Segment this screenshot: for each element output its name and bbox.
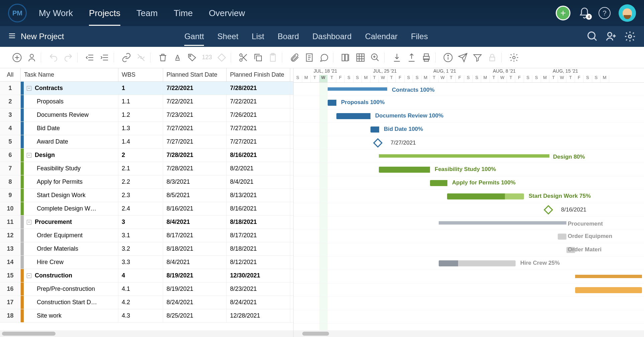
gantt-bar[interactable] xyxy=(575,275,642,278)
add-user-button[interactable] xyxy=(605,30,617,43)
gantt-bar[interactable]: Contracts 100% xyxy=(328,87,387,91)
gantt-rows[interactable]: Contracts 100%Proposals 100%Documents Re… xyxy=(294,83,644,330)
assign-button[interactable] xyxy=(27,53,37,63)
wbs-cell[interactable]: 1.1 xyxy=(118,95,163,108)
nav-time[interactable]: Time xyxy=(174,1,193,26)
start-cell[interactable]: 7/27/2021 xyxy=(163,122,227,135)
task-name-cell[interactable]: Complete Design W… xyxy=(24,202,118,215)
task-name-cell[interactable]: −Design xyxy=(24,149,118,162)
table-row[interactable]: 16Prep/Pre-construction4.18/19/20218/23/… xyxy=(0,282,293,296)
milestone-marker[interactable] xyxy=(544,205,553,215)
indent-button[interactable] xyxy=(100,53,110,63)
table-row[interactable]: 9Start Design Work2.38/5/20218/13/2021 xyxy=(0,189,293,202)
finish-cell[interactable]: 12/28/2021 xyxy=(227,309,290,322)
wbs-cell[interactable]: 1.2 xyxy=(118,108,163,121)
start-cell[interactable]: 8/19/2021 xyxy=(163,269,227,282)
add-button[interactable]: + xyxy=(556,6,570,20)
table-row[interactable]: 2Proposals1.17/22/20217/22/2021 xyxy=(0,95,293,108)
gantt-row[interactable]: Bid Date 100% xyxy=(294,123,644,136)
avatar[interactable] xyxy=(619,4,636,22)
tab-board[interactable]: Board xyxy=(278,27,299,46)
task-name-cell[interactable]: Feasibility Study xyxy=(24,162,118,175)
table-row[interactable]: 14Hire Crew3.38/4/20218/12/2021 xyxy=(0,256,293,269)
table-row[interactable]: 15−Construction48/19/202112/30/2021 xyxy=(0,269,293,282)
task-name-cell[interactable]: Apply for Permits xyxy=(24,175,118,188)
task-name-cell[interactable]: −Contracts xyxy=(24,82,118,95)
send-button[interactable] xyxy=(458,53,468,63)
scroll-thumb[interactable] xyxy=(302,332,329,336)
gantt-bar[interactable]: Procurement xyxy=(439,221,566,225)
tab-calendar[interactable]: Calendar xyxy=(365,27,398,46)
table-row[interactable]: 5Award Date1.47/27/20217/27/2021 xyxy=(0,135,293,149)
milestone-button[interactable] xyxy=(217,53,227,63)
start-cell[interactable]: 8/17/2021 xyxy=(163,229,227,242)
finish-cell[interactable]: 7/27/2021 xyxy=(227,135,290,148)
table-row[interactable]: 4Bid Date1.37/27/20217/27/2021 xyxy=(0,122,293,135)
grid-button[interactable] xyxy=(355,53,365,63)
task-name-cell[interactable]: Construction Start D… xyxy=(24,296,118,309)
gantt-bar[interactable]: Bid Date 100% xyxy=(370,127,379,133)
finish-cell[interactable]: 7/28/2021 xyxy=(227,82,290,95)
finish-cell[interactable]: 8/16/2021 xyxy=(227,202,290,215)
gantt-row[interactable] xyxy=(294,297,644,310)
start-cell[interactable]: 7/23/2021 xyxy=(163,108,227,121)
comment-button[interactable] xyxy=(319,53,329,63)
finish-cell[interactable]: 8/17/2021 xyxy=(227,229,290,242)
table-row[interactable]: 3Documents Review1.27/23/20217/26/2021 xyxy=(0,108,293,122)
start-cell[interactable]: 7/22/2021 xyxy=(163,82,227,95)
scroll-thumb[interactable] xyxy=(2,332,56,336)
gantt-bar[interactable]: Order Materi xyxy=(566,247,575,253)
start-cell[interactable]: 7/22/2021 xyxy=(163,95,227,108)
col-start[interactable]: Planned Start Date xyxy=(163,68,227,81)
table-row[interactable]: 11−Procurement38/4/20218/18/2021 xyxy=(0,216,293,229)
gantt-row[interactable]: Proposals 100% xyxy=(294,96,644,109)
columns-button[interactable] xyxy=(341,53,351,63)
undo-button[interactable] xyxy=(48,53,59,63)
gantt-row[interactable]: 7/27/2021 xyxy=(294,136,644,150)
gantt-row[interactable]: 8/16/2021 xyxy=(294,203,644,217)
table-row[interactable]: 12Order Equipment3.18/17/20218/17/2021 xyxy=(0,229,293,242)
table-row[interactable]: 17Construction Start D…4.28/24/20218/24/… xyxy=(0,296,293,309)
start-cell[interactable]: 8/18/2021 xyxy=(163,242,227,255)
wbs-cell[interactable]: 2 xyxy=(118,149,163,162)
wbs-cell[interactable]: 2.2 xyxy=(118,175,163,188)
gantt-bar[interactable]: Hire Crew 25% xyxy=(439,260,516,266)
notifications-button[interactable]: 4 xyxy=(578,7,591,19)
gantt-bar[interactable]: Order Equipmen xyxy=(558,234,566,240)
unlink-button[interactable] xyxy=(136,53,146,63)
wbs-cell[interactable]: 4.3 xyxy=(118,309,163,322)
wbs-cell[interactable]: 3.1 xyxy=(118,229,163,242)
wbs-cell[interactable]: 4.2 xyxy=(118,296,163,309)
redo-button[interactable] xyxy=(63,53,73,63)
gantt-row[interactable]: Design 80% xyxy=(294,150,644,163)
copy-button[interactable] xyxy=(253,53,263,63)
task-name-cell[interactable]: Site work xyxy=(24,309,118,322)
start-cell[interactable]: 7/28/2021 xyxy=(163,149,227,162)
table-row[interactable]: 1−Contracts17/22/20217/28/2021 xyxy=(0,82,293,95)
finish-cell[interactable]: 8/2/2021 xyxy=(227,162,290,175)
start-cell[interactable]: 8/3/2021 xyxy=(163,175,227,188)
wbs-cell[interactable]: 3 xyxy=(118,216,163,229)
finish-cell[interactable]: 8/18/2021 xyxy=(227,216,290,229)
wbs-cell[interactable]: 3.2 xyxy=(118,242,163,255)
settings-button[interactable] xyxy=(624,30,636,43)
start-cell[interactable]: 7/27/2021 xyxy=(163,135,227,148)
wbs-cell[interactable]: 1 xyxy=(118,82,163,95)
milestone-marker[interactable] xyxy=(373,138,383,148)
logo[interactable]: PM xyxy=(8,4,27,22)
task-name-cell[interactable]: Award Date xyxy=(24,135,118,148)
help-button[interactable]: ? xyxy=(599,7,611,19)
task-name-cell[interactable]: Bid Date xyxy=(24,122,118,135)
delete-button[interactable] xyxy=(158,53,168,63)
link-button[interactable] xyxy=(121,53,131,63)
gantt-row[interactable]: Start Design Work 75% xyxy=(294,190,644,203)
start-cell[interactable]: 8/24/2021 xyxy=(163,296,227,309)
gantt-bar[interactable]: Start Design Work 75% xyxy=(447,193,524,199)
task-name-cell[interactable]: Hire Crew xyxy=(24,256,118,269)
finish-cell[interactable]: 8/13/2021 xyxy=(227,189,290,202)
options-button[interactable] xyxy=(509,53,519,63)
export-button[interactable] xyxy=(407,53,417,63)
task-name-cell[interactable]: Order Equipment xyxy=(24,229,118,242)
start-cell[interactable]: 8/5/2021 xyxy=(163,189,227,202)
font-button[interactable]: A xyxy=(173,53,183,63)
